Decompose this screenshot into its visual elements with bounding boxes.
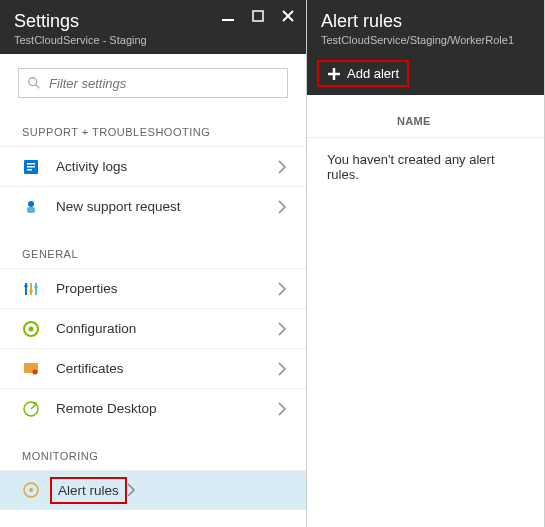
menu-item-label: Properties — [56, 281, 278, 296]
menu-item-alert-rules[interactable]: Alert rules — [0, 470, 306, 510]
alert-rules-blade: Alert rules TestCloudService/Staging/Wor… — [307, 0, 545, 527]
menu-item-properties[interactable]: Properties — [0, 268, 306, 308]
support-request-icon — [22, 198, 40, 216]
remote-desktop-icon — [22, 400, 40, 418]
settings-body: SUPPORT + TROUBLESHOOTING Activity logs … — [0, 54, 306, 527]
properties-icon — [22, 280, 40, 298]
menu-item-remote-desktop[interactable]: Remote Desktop — [0, 388, 306, 428]
svg-point-17 — [34, 285, 38, 289]
menu-item-label: Activity logs — [56, 159, 278, 174]
section-label-monitoring: MONITORING — [0, 428, 306, 470]
minimize-icon[interactable] — [220, 8, 236, 24]
chevron-right-icon — [278, 322, 286, 336]
menu-item-label: Alert rules — [58, 483, 119, 498]
configuration-icon — [22, 320, 40, 338]
menu-item-label: Certificates — [56, 361, 278, 376]
menu-item-configuration[interactable]: Configuration — [0, 308, 306, 348]
svg-rect-9 — [27, 169, 32, 171]
add-alert-label: Add alert — [347, 66, 399, 81]
alert-rules-toolbar: Add alert — [307, 54, 544, 95]
svg-point-24 — [29, 488, 33, 492]
section-label-general: GENERAL — [0, 226, 306, 268]
filter-settings-search[interactable] — [18, 68, 288, 98]
chevron-right-icon — [127, 483, 135, 497]
svg-point-10 — [28, 201, 34, 207]
menu-item-activity-logs[interactable]: Activity logs — [0, 146, 306, 186]
menu-item-label: Remote Desktop — [56, 401, 278, 416]
svg-point-19 — [29, 326, 34, 331]
svg-rect-7 — [27, 163, 35, 165]
menu-item-certificates[interactable]: Certificates — [0, 348, 306, 388]
svg-rect-8 — [27, 166, 35, 168]
empty-state-text: You haven't created any alert rules. — [307, 137, 544, 196]
plus-icon — [327, 67, 341, 81]
settings-subtitle: TestCloudService - Staging — [14, 34, 292, 46]
filter-settings-input[interactable] — [49, 76, 279, 91]
chevron-right-icon — [278, 200, 286, 214]
svg-point-21 — [33, 369, 38, 374]
menu-item-label: New support request — [56, 199, 278, 214]
svg-rect-11 — [27, 207, 35, 213]
svg-line-5 — [36, 85, 40, 89]
column-header-name: NAME — [307, 115, 544, 137]
alert-rules-title: Alert rules — [321, 10, 530, 32]
svg-rect-1 — [253, 11, 263, 21]
activity-logs-icon — [22, 158, 40, 176]
menu-item-new-support-request[interactable]: New support request — [0, 186, 306, 226]
certificates-icon — [22, 360, 40, 378]
alert-rules-body: NAME You haven't created any alert rules… — [307, 95, 544, 196]
window-controls — [220, 8, 296, 24]
menu-item-label: Configuration — [56, 321, 278, 336]
chevron-right-icon — [278, 362, 286, 376]
alert-rules-icon — [22, 481, 40, 499]
alert-rules-subtitle: TestCloudService/Staging/WorkerRole1 — [321, 34, 530, 46]
chevron-right-icon — [278, 282, 286, 296]
svg-point-15 — [24, 284, 28, 288]
section-label-support: SUPPORT + TROUBLESHOOTING — [0, 104, 306, 146]
close-icon[interactable] — [280, 8, 296, 24]
search-icon — [27, 76, 41, 90]
settings-header: Settings TestCloudService - Staging — [0, 0, 306, 54]
alert-rules-header: Alert rules TestCloudService/Staging/Wor… — [307, 0, 544, 54]
chevron-right-icon — [278, 160, 286, 174]
svg-point-16 — [29, 289, 33, 293]
add-alert-button[interactable]: Add alert — [317, 60, 409, 87]
settings-blade: Settings TestCloudService - Staging SUPP… — [0, 0, 307, 527]
chevron-right-icon — [278, 402, 286, 416]
maximize-icon[interactable] — [250, 8, 266, 24]
svg-point-4 — [29, 78, 37, 86]
